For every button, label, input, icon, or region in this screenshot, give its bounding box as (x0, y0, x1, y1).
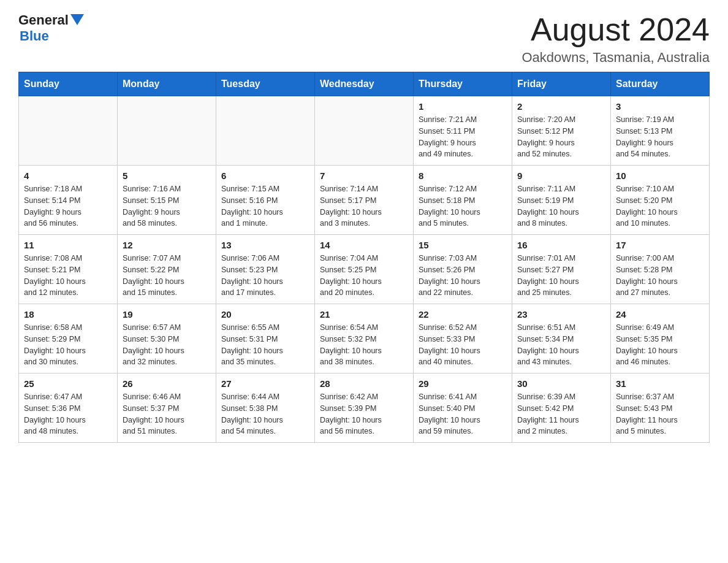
day-number: 27 (221, 378, 309, 389)
col-header-wednesday: Wednesday (315, 72, 414, 96)
calendar-cell: 19Sunrise: 6:57 AM Sunset: 5:30 PM Dayli… (118, 304, 216, 373)
logo: General Blue (18, 12, 84, 44)
week-row-3: 11Sunrise: 7:08 AM Sunset: 5:21 PM Dayli… (19, 235, 710, 304)
day-number: 19 (123, 309, 211, 320)
day-info: Sunrise: 6:58 AM Sunset: 5:29 PM Dayligh… (24, 322, 112, 368)
day-info: Sunrise: 6:52 AM Sunset: 5:33 PM Dayligh… (419, 322, 507, 368)
day-number: 4 (24, 170, 112, 181)
calendar-cell (216, 96, 315, 166)
calendar-cell: 6Sunrise: 7:15 AM Sunset: 5:16 PM Daylig… (216, 166, 315, 235)
calendar-cell: 25Sunrise: 6:47 AM Sunset: 5:36 PM Dayli… (19, 373, 118, 443)
col-header-sunday: Sunday (19, 72, 118, 96)
calendar-cell (19, 96, 118, 166)
day-number: 26 (123, 378, 211, 389)
day-info: Sunrise: 6:39 AM Sunset: 5:42 PM Dayligh… (517, 391, 605, 437)
calendar-cell: 30Sunrise: 6:39 AM Sunset: 5:42 PM Dayli… (512, 373, 611, 443)
day-info: Sunrise: 6:44 AM Sunset: 5:38 PM Dayligh… (221, 391, 309, 437)
calendar-cell: 4Sunrise: 7:18 AM Sunset: 5:14 PM Daylig… (19, 166, 118, 235)
calendar-cell: 2Sunrise: 7:20 AM Sunset: 5:12 PM Daylig… (512, 96, 611, 166)
calendar-cell: 1Sunrise: 7:21 AM Sunset: 5:11 PM Daylig… (414, 96, 512, 166)
day-info: Sunrise: 7:19 AM Sunset: 5:13 PM Dayligh… (616, 114, 704, 160)
day-number: 18 (24, 309, 112, 320)
calendar-cell: 7Sunrise: 7:14 AM Sunset: 5:17 PM Daylig… (315, 166, 414, 235)
calendar-cell: 24Sunrise: 6:49 AM Sunset: 5:35 PM Dayli… (611, 304, 710, 373)
calendar-cell: 17Sunrise: 7:00 AM Sunset: 5:28 PM Dayli… (611, 235, 710, 304)
day-info: Sunrise: 6:55 AM Sunset: 5:31 PM Dayligh… (221, 322, 309, 368)
calendar-cell: 27Sunrise: 6:44 AM Sunset: 5:38 PM Dayli… (216, 373, 315, 443)
day-info: Sunrise: 7:01 AM Sunset: 5:27 PM Dayligh… (517, 253, 605, 299)
week-row-5: 25Sunrise: 6:47 AM Sunset: 5:36 PM Dayli… (19, 373, 710, 443)
calendar-cell: 31Sunrise: 6:37 AM Sunset: 5:43 PM Dayli… (611, 373, 710, 443)
day-number: 22 (419, 309, 507, 320)
calendar-cell: 15Sunrise: 7:03 AM Sunset: 5:26 PM Dayli… (414, 235, 512, 304)
day-number: 13 (221, 240, 309, 250)
day-info: Sunrise: 7:06 AM Sunset: 5:23 PM Dayligh… (221, 253, 309, 299)
day-number: 14 (320, 240, 408, 250)
page-title: August 2024 (521, 12, 710, 47)
day-number: 5 (123, 170, 211, 181)
calendar-cell (315, 96, 414, 166)
calendar-cell: 20Sunrise: 6:55 AM Sunset: 5:31 PM Dayli… (216, 304, 315, 373)
day-info: Sunrise: 7:15 AM Sunset: 5:16 PM Dayligh… (221, 183, 309, 229)
day-number: 17 (616, 240, 704, 250)
day-info: Sunrise: 7:11 AM Sunset: 5:19 PM Dayligh… (517, 183, 605, 229)
calendar-cell: 14Sunrise: 7:04 AM Sunset: 5:25 PM Dayli… (315, 235, 414, 304)
day-info: Sunrise: 7:18 AM Sunset: 5:14 PM Dayligh… (24, 183, 112, 229)
day-number: 30 (517, 378, 605, 389)
page-subtitle: Oakdowns, Tasmania, Australia (521, 50, 710, 66)
day-info: Sunrise: 7:10 AM Sunset: 5:20 PM Dayligh… (616, 183, 704, 229)
calendar-cell: 21Sunrise: 6:54 AM Sunset: 5:32 PM Dayli… (315, 304, 414, 373)
page-header: General Blue August 2024 Oakdowns, Tasma… (18, 12, 710, 66)
calendar-header-row: SundayMondayTuesdayWednesdayThursdayFrid… (19, 72, 710, 96)
day-number: 15 (419, 240, 507, 250)
day-number: 21 (320, 309, 408, 320)
day-number: 12 (123, 240, 211, 250)
day-number: 23 (517, 309, 605, 320)
day-number: 6 (221, 170, 309, 181)
day-info: Sunrise: 7:03 AM Sunset: 5:26 PM Dayligh… (419, 253, 507, 299)
day-info: Sunrise: 6:46 AM Sunset: 5:37 PM Dayligh… (123, 391, 211, 437)
day-number: 11 (24, 240, 112, 250)
day-number: 31 (616, 378, 704, 389)
calendar-cell: 3Sunrise: 7:19 AM Sunset: 5:13 PM Daylig… (611, 96, 710, 166)
day-number: 16 (517, 240, 605, 250)
day-info: Sunrise: 7:00 AM Sunset: 5:28 PM Dayligh… (616, 253, 704, 299)
day-info: Sunrise: 7:07 AM Sunset: 5:22 PM Dayligh… (123, 253, 211, 299)
day-info: Sunrise: 7:04 AM Sunset: 5:25 PM Dayligh… (320, 253, 408, 299)
calendar-cell: 18Sunrise: 6:58 AM Sunset: 5:29 PM Dayli… (19, 304, 118, 373)
calendar-cell: 22Sunrise: 6:52 AM Sunset: 5:33 PM Dayli… (414, 304, 512, 373)
day-number: 9 (517, 170, 605, 181)
calendar-cell: 23Sunrise: 6:51 AM Sunset: 5:34 PM Dayli… (512, 304, 611, 373)
week-row-1: 1Sunrise: 7:21 AM Sunset: 5:11 PM Daylig… (19, 96, 710, 166)
calendar-table: SundayMondayTuesdayWednesdayThursdayFrid… (18, 72, 710, 443)
day-info: Sunrise: 6:51 AM Sunset: 5:34 PM Dayligh… (517, 322, 605, 368)
day-info: Sunrise: 7:12 AM Sunset: 5:18 PM Dayligh… (419, 183, 507, 229)
day-number: 29 (419, 378, 507, 389)
calendar-cell: 26Sunrise: 6:46 AM Sunset: 5:37 PM Dayli… (118, 373, 216, 443)
calendar-cell: 16Sunrise: 7:01 AM Sunset: 5:27 PM Dayli… (512, 235, 611, 304)
calendar-cell: 5Sunrise: 7:16 AM Sunset: 5:15 PM Daylig… (118, 166, 216, 235)
calendar-cell: 12Sunrise: 7:07 AM Sunset: 5:22 PM Dayli… (118, 235, 216, 304)
calendar-cell: 11Sunrise: 7:08 AM Sunset: 5:21 PM Dayli… (19, 235, 118, 304)
day-info: Sunrise: 6:57 AM Sunset: 5:30 PM Dayligh… (123, 322, 211, 368)
day-info: Sunrise: 6:37 AM Sunset: 5:43 PM Dayligh… (616, 391, 704, 437)
col-header-friday: Friday (512, 72, 611, 96)
day-info: Sunrise: 7:16 AM Sunset: 5:15 PM Dayligh… (123, 183, 211, 229)
day-number: 3 (616, 101, 704, 112)
col-header-tuesday: Tuesday (216, 72, 315, 96)
calendar-cell: 8Sunrise: 7:12 AM Sunset: 5:18 PM Daylig… (414, 166, 512, 235)
logo-arrow-icon (70, 14, 84, 28)
title-block: August 2024 Oakdowns, Tasmania, Australi… (521, 12, 710, 66)
week-row-2: 4Sunrise: 7:18 AM Sunset: 5:14 PM Daylig… (19, 166, 710, 235)
day-number: 7 (320, 170, 408, 181)
day-number: 24 (616, 309, 704, 320)
day-number: 20 (221, 309, 309, 320)
day-info: Sunrise: 6:42 AM Sunset: 5:39 PM Dayligh… (320, 391, 408, 437)
day-number: 8 (419, 170, 507, 181)
col-header-monday: Monday (118, 72, 216, 96)
day-number: 10 (616, 170, 704, 181)
day-info: Sunrise: 6:47 AM Sunset: 5:36 PM Dayligh… (24, 391, 112, 437)
col-header-thursday: Thursday (414, 72, 512, 96)
calendar-cell: 29Sunrise: 6:41 AM Sunset: 5:40 PM Dayli… (414, 373, 512, 443)
day-info: Sunrise: 7:20 AM Sunset: 5:12 PM Dayligh… (517, 114, 605, 160)
